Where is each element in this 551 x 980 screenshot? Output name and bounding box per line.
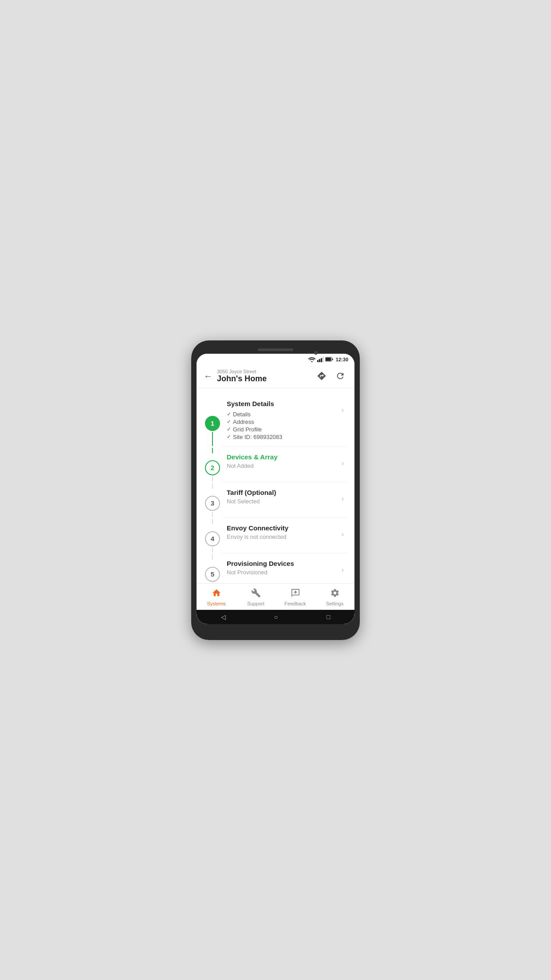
step-circle-3: 3 xyxy=(205,496,220,511)
systems-nav-label: Systems xyxy=(207,601,225,606)
support-nav-icon xyxy=(251,588,261,600)
step-title-3: Tariff (Optional) xyxy=(227,489,342,496)
step-item-4[interactable]: 4Envoy ConnectivityEnvoy is not connecte… xyxy=(197,518,354,553)
step-check-item: ✓Address xyxy=(227,419,342,425)
step-content-2: Devices & ArrayNot Added› xyxy=(221,447,347,482)
step-line-above-2 xyxy=(212,448,213,453)
check-label: Site ID: 698932083 xyxy=(233,434,282,440)
step-left-1: 1 xyxy=(204,394,221,447)
svg-rect-5 xyxy=(326,358,331,361)
step-text-1: System Details✓Details✓Address✓Grid Prof… xyxy=(227,400,342,440)
step-subtitle-5: Not Provisioned xyxy=(227,569,342,576)
step-checks-1: ✓Details✓Address✓Grid Profile✓Site ID: 6… xyxy=(227,411,342,440)
header-left: ← 3050 Joyce Street John's Home xyxy=(204,369,267,383)
step-circle-5: 5 xyxy=(205,567,220,582)
phone-speaker xyxy=(258,348,293,351)
step-list: 1System Details✓Details✓Address✓Grid Pro… xyxy=(197,394,354,583)
step-title-1: System Details xyxy=(227,400,342,407)
step-subtitle-3: Not Selected xyxy=(227,498,342,505)
step-content-5: Provisioning DevicesNot Provisioned› xyxy=(221,553,347,583)
app-header: ← 3050 Joyce Street John's Home xyxy=(197,364,354,388)
nav-item-support[interactable]: Support xyxy=(236,586,276,608)
back-android-button[interactable]: ◁ xyxy=(221,613,226,620)
step-item-3[interactable]: 3Tariff (Optional)Not Selected› xyxy=(197,482,354,518)
battery-icon xyxy=(325,357,333,362)
status-bar: 12:30 xyxy=(197,354,354,364)
svg-rect-0 xyxy=(317,360,319,362)
checkmark-icon: ✓ xyxy=(227,411,231,417)
step-line-above-5 xyxy=(212,554,213,560)
navigate-button[interactable] xyxy=(315,369,329,383)
feedback-nav-label: Feedback xyxy=(284,601,306,606)
header-subtitle: 3050 Joyce Street xyxy=(217,369,267,374)
svg-rect-1 xyxy=(319,359,320,362)
refresh-icon xyxy=(335,371,345,381)
step-line-above-3 xyxy=(212,483,213,489)
recent-android-button[interactable]: □ xyxy=(327,613,330,620)
step-chevron-1: › xyxy=(342,406,344,414)
step-text-5: Provisioning DevicesNot Provisioned xyxy=(227,560,342,576)
svg-rect-2 xyxy=(321,358,322,362)
phone-frame: 12:30 ← 3050 Joyce Street John's Home xyxy=(191,340,360,640)
step-left-5: 5 xyxy=(204,553,221,583)
home-android-button[interactable]: ○ xyxy=(274,613,278,620)
svg-rect-6 xyxy=(332,359,333,360)
step-left-4: 4 xyxy=(204,518,221,553)
android-nav: ◁ ○ □ xyxy=(197,610,354,624)
step-check-item: ✓Grid Profile xyxy=(227,426,342,433)
step-subtitle-2: Not Added xyxy=(227,462,342,469)
checkmark-icon: ✓ xyxy=(227,426,231,432)
status-icons: 12:30 xyxy=(308,357,348,362)
feedback-icon xyxy=(291,588,300,598)
status-time: 12:30 xyxy=(336,357,348,362)
step-subtitle-4: Envoy is not connected xyxy=(227,533,342,540)
directions-icon xyxy=(317,371,327,381)
check-label: Grid Profile xyxy=(233,426,262,433)
signal-icon xyxy=(317,357,323,362)
step-title-5: Provisioning Devices xyxy=(227,560,342,567)
step-text-4: Envoy ConnectivityEnvoy is not connected xyxy=(227,524,342,540)
phone-screen: 12:30 ← 3050 Joyce Street John's Home xyxy=(197,354,354,624)
step-chevron-5: › xyxy=(342,566,344,574)
step-content-3: Tariff (Optional)Not Selected› xyxy=(221,482,347,518)
step-item-5[interactable]: 5Provisioning DevicesNot Provisioned› xyxy=(197,553,354,583)
home-icon xyxy=(212,588,221,598)
step-item-2[interactable]: 2Devices & ArrayNot Added› xyxy=(197,447,354,482)
step-title-4: Envoy Connectivity xyxy=(227,524,342,532)
step-line-above-1 xyxy=(212,395,213,409)
step-chevron-3: › xyxy=(342,495,344,503)
step-item-1[interactable]: 1System Details✓Details✓Address✓Grid Pro… xyxy=(197,394,354,447)
svg-rect-3 xyxy=(323,357,323,362)
step-check-item: ✓Site ID: 698932083 xyxy=(227,434,342,440)
header-actions xyxy=(315,369,347,383)
back-button[interactable]: ← xyxy=(204,371,213,380)
checkmark-icon: ✓ xyxy=(227,419,231,425)
step-circle-2: 2 xyxy=(205,460,220,475)
phone-camera xyxy=(314,351,318,355)
step-text-2: Devices & ArrayNot Added xyxy=(227,453,342,469)
nav-item-feedback[interactable]: Feedback xyxy=(276,586,315,608)
step-left-2: 2 xyxy=(204,447,221,482)
check-label: Address xyxy=(233,419,254,425)
bottom-nav: SystemsSupportFeedbackSettings xyxy=(197,583,354,610)
wifi-icon xyxy=(308,357,315,362)
content-area: 1System Details✓Details✓Address✓Grid Pro… xyxy=(197,388,354,583)
step-title-2: Devices & Array xyxy=(227,453,342,461)
step-content-1: System Details✓Details✓Address✓Grid Prof… xyxy=(221,394,347,447)
wrench-icon xyxy=(251,588,261,598)
header-title-group: 3050 Joyce Street John's Home xyxy=(217,369,267,383)
step-circle-4: 4 xyxy=(205,531,220,546)
step-check-item: ✓Details xyxy=(227,411,342,418)
step-line-above-4 xyxy=(212,519,213,524)
checkmark-icon: ✓ xyxy=(227,434,231,440)
refresh-button[interactable] xyxy=(333,369,347,383)
systems-nav-icon xyxy=(212,588,221,600)
step-chevron-4: › xyxy=(342,530,344,538)
step-content-4: Envoy ConnectivityEnvoy is not connected… xyxy=(221,518,347,553)
nav-item-systems[interactable]: Systems xyxy=(197,586,236,608)
feedback-nav-icon xyxy=(291,588,300,600)
step-chevron-2: › xyxy=(342,459,344,467)
nav-item-settings[interactable]: Settings xyxy=(315,586,354,608)
check-label: Details xyxy=(233,411,251,418)
support-nav-label: Support xyxy=(247,601,264,606)
